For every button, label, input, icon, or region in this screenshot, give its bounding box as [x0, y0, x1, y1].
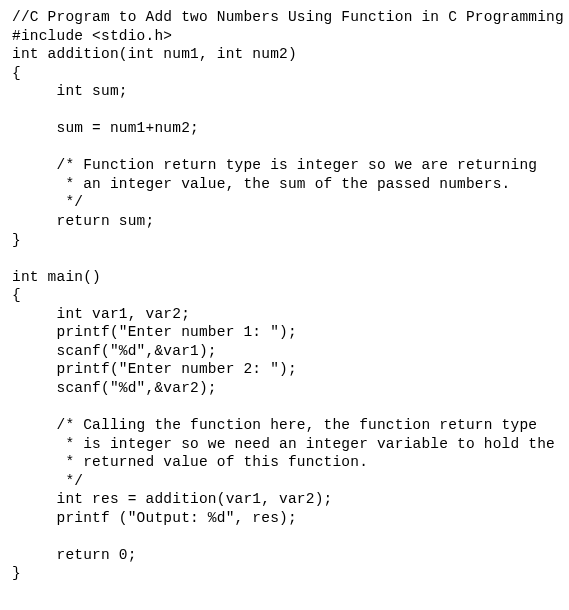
code-block: //C Program to Add two Numbers Using Fun…: [12, 8, 557, 583]
